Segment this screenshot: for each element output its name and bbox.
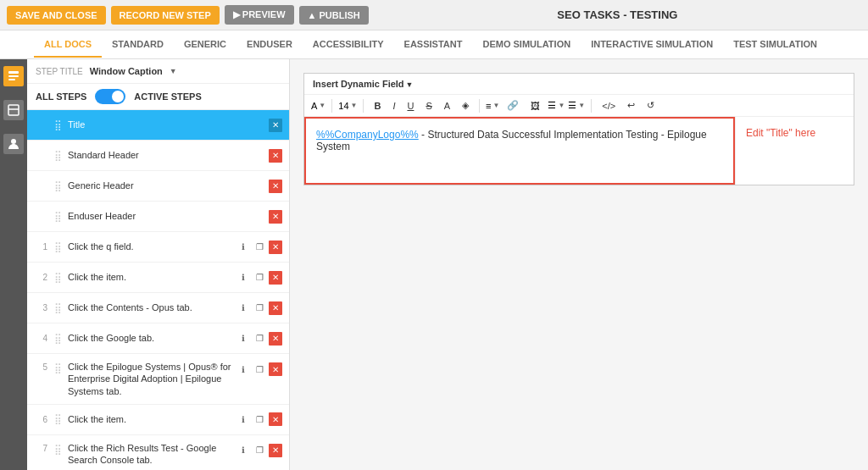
list-item[interactable]: 4 ⣿ Click the Google tab. ℹ ❐ ✕ (27, 323, 289, 354)
list-item[interactable]: 7 ⣿ Click the Rich Results Test - Google… (27, 435, 289, 470)
strikethrough-button[interactable]: S (421, 99, 436, 113)
info-button[interactable]: ℹ (236, 412, 250, 426)
step-actions: ℹ ❐ ✕ (236, 241, 282, 254)
list-item[interactable]: 1 ⣿ Click the q field. ℹ ❐ ✕ (27, 232, 289, 263)
steps-panel: STEP TITLE Window Caption ▼ ALL STEPS AC… (27, 59, 290, 470)
step-title-dropdown[interactable]: ▼ (170, 67, 177, 75)
tab-test-simulation[interactable]: TEST SIMULATION (723, 32, 827, 58)
drag-icon: ⣿ (51, 362, 64, 374)
close-button[interactable]: ✕ (269, 301, 282, 315)
undo-button[interactable]: ↩ (623, 98, 639, 113)
drag-icon: ⣿ (51, 272, 64, 284)
insert-dynamic-button[interactable]: Insert Dynamic Field (313, 79, 414, 89)
step-number: 2 (34, 273, 47, 282)
editor-content[interactable]: %%CompanyLogo%% - Structured Data Succes… (304, 117, 735, 185)
info-button[interactable]: ℹ (236, 241, 250, 254)
indent-dropdown[interactable]: ☰ ▼ (568, 100, 585, 111)
close-button[interactable]: ✕ (269, 180, 282, 193)
close-button[interactable]: ✕ (269, 119, 282, 132)
list-item[interactable]: 2 ⣿ Click the item. ℹ ❐ ✕ (27, 263, 289, 293)
drag-icon: ⣿ (51, 302, 64, 314)
code-button[interactable]: </> (598, 99, 620, 113)
close-button[interactable]: ✕ (269, 241, 282, 254)
tab-interactive-simulation[interactable]: INTERACTIVE SIMULATION (581, 32, 723, 58)
info-button[interactable]: ℹ (236, 332, 250, 346)
step-number: 5 (34, 362, 47, 372)
sidebar-icon-box[interactable] (3, 100, 24, 120)
align-icon: ≡ (486, 101, 491, 111)
step-title-label: STEP TITLE (36, 67, 83, 76)
font-size-dropdown[interactable]: 14 ▼ (338, 101, 357, 111)
copy-button[interactable]: ❐ (253, 362, 266, 376)
italic-button[interactable]: I (388, 99, 399, 113)
tab-accessibility[interactable]: ACCESSIBILITY (303, 32, 394, 58)
list-item[interactable]: ⣿ Generic Header ✕ (27, 171, 289, 202)
list-item[interactable]: 3 ⣿ Click the Contents - Opus tab. ℹ ❐ ✕ (27, 293, 289, 323)
main-layout: STEP TITLE Window Caption ▼ ALL STEPS AC… (27, 59, 868, 470)
close-button[interactable]: ✕ (269, 210, 282, 224)
step-title-value: Window Caption (90, 66, 163, 76)
editor-hint: Edit "Title" here (735, 117, 854, 185)
sidebar-icon-docs[interactable] (3, 66, 24, 86)
step-actions: ℹ ❐ ✕ (236, 362, 282, 376)
tab-generic[interactable]: GENERIC (174, 32, 236, 58)
copy-button[interactable]: ❐ (253, 271, 266, 285)
drag-icon: ⣿ (51, 119, 64, 131)
step-number: 7 (34, 444, 47, 453)
redo-button[interactable]: ↺ (643, 98, 659, 113)
align-dropdown[interactable]: ≡ ▼ (486, 101, 499, 111)
steps-list: ⣿ Title ✕ ⣿ Standard Header ✕ ⣿ Generic … (27, 110, 289, 470)
step-text: Click the item. (64, 413, 236, 425)
list-item[interactable]: ⣿ Title ✕ (27, 110, 289, 141)
copy-button[interactable]: ❐ (253, 301, 266, 315)
all-steps-toggle[interactable] (95, 89, 125, 104)
toolbar-sep (479, 99, 480, 113)
image-button[interactable]: 🖼 (526, 99, 544, 113)
publish-button[interactable]: ▲ PUBLISH (299, 6, 369, 25)
step-text: Title (64, 119, 269, 130)
editor-body: %%CompanyLogo%% - Structured Data Succes… (304, 117, 854, 185)
save-and-close-button[interactable]: SAVE AND CLOSE (7, 6, 106, 25)
list-item[interactable]: ⣿ Standard Header ✕ (27, 141, 289, 171)
tab-all-docs[interactable]: ALL DOCS (34, 32, 102, 58)
copy-button[interactable]: ❐ (253, 444, 266, 457)
close-button[interactable]: ✕ (269, 362, 282, 376)
list-item[interactable]: ⣿ Enduser Header ✕ (27, 202, 289, 232)
copy-button[interactable]: ❐ (253, 412, 266, 426)
drag-icon: ⣿ (51, 333, 64, 345)
tab-eassistant[interactable]: EASSISTANT (394, 32, 473, 58)
info-button[interactable]: ℹ (236, 271, 250, 285)
close-button[interactable]: ✕ (269, 332, 282, 346)
copy-button[interactable]: ❐ (253, 241, 266, 254)
info-button[interactable]: ℹ (236, 362, 250, 376)
tab-enduser[interactable]: ENDUSER (236, 32, 303, 58)
info-button[interactable]: ℹ (236, 444, 250, 457)
list-item[interactable]: 6 ⣿ Click the item. ℹ ❐ ✕ (27, 405, 289, 435)
list-item[interactable]: 5 ⣿ Click the Epilogue Systems | Opus® f… (27, 354, 289, 405)
font-color-button[interactable]: A (440, 99, 454, 113)
list-dropdown[interactable]: ☰ ▼ (548, 100, 565, 111)
drag-icon: ⣿ (51, 241, 64, 253)
step-text: Click the Rich Results Test - Google Sea… (64, 442, 236, 467)
close-button[interactable]: ✕ (269, 412, 282, 426)
sidebar-icon-user[interactable] (3, 134, 24, 154)
record-new-step-button[interactable]: RECORD NEW STEP (111, 6, 220, 25)
close-button[interactable]: ✕ (269, 271, 282, 285)
close-button[interactable]: ✕ (269, 444, 282, 457)
font-dropdown[interactable]: A ▼ (311, 101, 326, 111)
link-button[interactable]: 🔗 (503, 98, 523, 113)
tab-demo-simulation[interactable]: DEMO SIMULATION (472, 32, 581, 58)
underline-button[interactable]: U (403, 99, 418, 113)
close-button[interactable]: ✕ (269, 149, 282, 163)
icon-sidebar (0, 59, 27, 470)
highlight-button[interactable]: ◈ (458, 98, 473, 113)
window-title: SEO TASKS - TESTING (374, 8, 861, 21)
tab-standard[interactable]: STANDARD (102, 32, 174, 58)
toolbar-sep (591, 99, 592, 113)
preview-button[interactable]: ▶ PREVIEW (225, 5, 294, 25)
step-title-header: STEP TITLE Window Caption ▼ (27, 59, 289, 84)
copy-button[interactable]: ❐ (253, 332, 266, 346)
bold-button[interactable]: B (370, 99, 385, 113)
active-steps-label: ACTIVE STEPS (134, 91, 201, 102)
info-button[interactable]: ℹ (236, 301, 250, 315)
